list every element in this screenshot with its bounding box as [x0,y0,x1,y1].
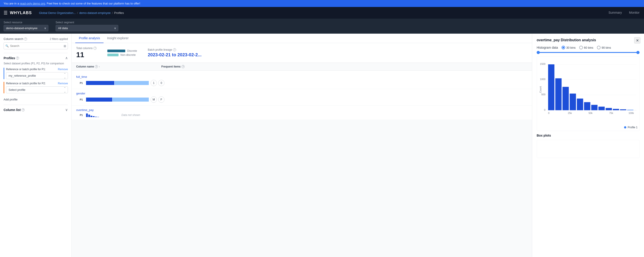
total-columns-value: 11 [76,51,96,59]
profiles-collapse-icon[interactable]: ∧ [65,56,68,60]
column-link-gender[interactable]: gender [76,92,85,95]
histogram-controls: Histogram data 30 bins 60 bins 90 bins [537,46,640,49]
freq-badge: M [150,96,157,103]
profile-p2-select[interactable]: Select profile [6,86,68,93]
box-plot-area [537,140,640,158]
chart-legend: Profile 1 [539,126,638,129]
profile-p2-select-wrapper: Select profile ⌃⌄ [6,86,68,93]
svg-text:100k: 100k [628,112,634,114]
resource-select[interactable]: demo-dataset-employee [4,25,48,31]
bar-container [86,113,120,117]
column-link-full-time[interactable]: full_time [76,75,87,79]
total-columns-help-icon[interactable]: ? [94,47,96,50]
tab-monitor[interactable]: Monitor [628,7,640,18]
segment-select[interactable]: All data [56,25,118,31]
tab-summary[interactable]: Summary [608,7,623,18]
top-bar-indicator [76,71,528,72]
resource-select-wrapper: demo-dataset-employee ▼ [4,25,48,31]
svg-rect-11 [562,87,569,110]
svg-rect-15 [591,105,598,110]
histogram-svg: 1500 1000 500 0 Count [539,60,638,123]
nondiscrete-label: Non-discrete [120,53,136,57]
column-table-header: Column name ? ↑ Frequent items ? [72,63,532,71]
profile-p1-select-wrapper: my_reference_profile ⌃⌄ [6,72,68,79]
profile-indicator: P1 [80,82,84,84]
histogram-slider[interactable] [537,52,640,53]
bins-30-option[interactable]: 30 bins [562,46,576,49]
search-icon: 🔍 [6,44,9,48]
panel-close-button[interactable]: ✕ [634,37,640,44]
breadcrumb-dataset[interactable]: demo-dataset-employee [79,11,111,15]
box-plots-title: Box plots [537,134,640,137]
total-columns-stat: Total columns ? 11 [76,47,96,59]
freq-items-gender: M F [150,96,528,103]
profile-p2-remove[interactable]: Remove [58,82,68,85]
profile-p1-select[interactable]: my_reference_profile [6,72,68,79]
header-logo: ☰ WHYLABS [4,10,32,16]
nondiscrete-bar [107,54,118,56]
search-input[interactable] [4,42,68,49]
freq-badge: 0 [158,80,164,86]
slider-thumb-left[interactable] [537,51,540,54]
bins-90-option[interactable]: 90 bins [597,46,611,49]
column-search-section: Column search ? 2 filters applied [4,37,68,41]
table-row: full_time P1 1 0 [72,72,532,89]
bins-30-label: 30 bins [566,46,576,49]
breadcrumb-org[interactable]: Global Demo Organization... [39,11,76,15]
filter-icon[interactable]: ⊞ [64,44,66,48]
breadcrumb-sep1: / [77,11,78,15]
profile-indicator: P1 [80,114,84,116]
svg-text:0: 0 [548,112,550,114]
slider-track [537,52,640,53]
bins-30-radio-icon [562,46,565,49]
resource-bar: Select resource demo-dataset-employee ▼ … [0,19,644,34]
batch-profile-help-icon[interactable]: ? [173,48,176,51]
segment-select-wrapper: All data ▼ [56,25,118,31]
profile-p1-label: Reference or batch profile for P1: [6,68,46,71]
profile-bar-row-p1-overtime-pay: P1 Data not shown [80,113,528,117]
frequent-items-help-icon[interactable]: ? [182,65,185,68]
discrete-label: Discrete [127,49,137,53]
freq-items-full-time: 1 0 [150,80,528,86]
profile-p1-slot: Reference or batch profile for P1: Remov… [4,68,68,79]
svg-text:50k: 50k [589,112,593,114]
table-row: gender P1 M F [72,89,532,106]
search-wrapper: 🔍 ⊞ [4,42,68,49]
slider-thumb-right[interactable] [636,51,640,54]
tab-insight-explorer[interactable]: Insight explorer [104,34,132,43]
total-columns-label: Total columns ? [76,47,96,50]
discrete-legend: Discrete Non-discrete [107,49,137,57]
add-profile-button[interactable]: Add profile [4,97,18,102]
profile-p1-remove[interactable]: Remove [58,68,68,71]
column-list-collapse-icon[interactable]: ∨ [65,108,68,112]
breadcrumb-sep2: / [112,11,113,15]
profiles-help-icon[interactable]: ? [16,57,19,60]
svg-text:0: 0 [544,109,546,111]
sort-icon[interactable]: ↑ [99,66,100,68]
tab-profile-analysis[interactable]: Profile analysis [75,34,104,43]
menu-icon[interactable]: ☰ [4,10,8,16]
column-list-help-icon[interactable]: ? [22,108,25,111]
column-name-help-icon[interactable]: ? [95,65,98,68]
breadcrumb: Global Demo Organization... / demo-datas… [39,11,124,15]
bar-container [86,81,149,85]
profile-indicator: P1 [80,98,84,101]
batch-profile-label: Batch profile lineage ? [148,48,202,51]
svg-rect-16 [598,107,605,110]
tab-bar: Profile analysis Insight explorer [72,34,532,43]
column-search-help-icon[interactable]: ? [24,38,27,41]
segment-label: Select segment [56,21,118,24]
right-panel: overtime_pay Distribution analysis ✕ His… [532,34,644,257]
demo-banner: You are in a read-only demo org. Feel fr… [0,0,644,7]
batch-profile-link[interactable]: 2023-02-21 to 2023-02-2... [148,52,202,57]
bins-60-option[interactable]: 60 bins [579,46,593,49]
profile-bar-row-p1-full-time: P1 1 0 [80,80,528,86]
main-layout: Column search ? 2 filters applied 🔍 ⊞ Pr… [0,34,644,257]
resource-label: Select resource [4,21,48,24]
column-list-section: Column list ? ∨ [4,105,68,112]
banner-link[interactable]: read-only demo org [20,2,45,5]
column-link-overtime-pay[interactable]: overtime_pay [76,108,94,112]
svg-rect-14 [584,102,590,110]
segment-selector: Select segment All data ▼ [56,21,118,31]
nondiscrete-legend-item: Non-discrete [107,53,137,57]
